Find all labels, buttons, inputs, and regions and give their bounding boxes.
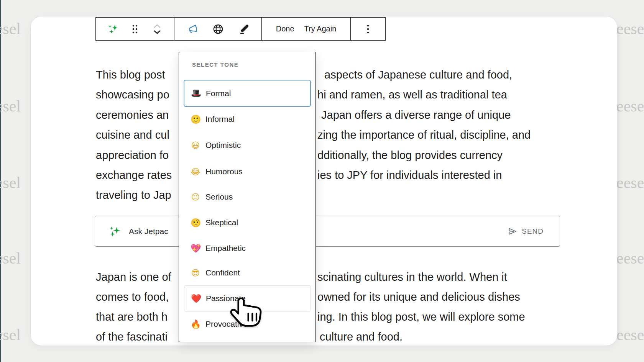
blog-text-line: of the fascinati culture and food.	[0, 327, 644, 347]
tone-option-confident[interactable]: 😎 Confident	[184, 262, 310, 283]
blog-text-line: appreciation fo dditionally, the blog pr…	[0, 145, 644, 165]
select-tone-header: SELECT TONE	[192, 61, 238, 68]
blog-text-fragment: This blog post	[96, 65, 165, 85]
blog-text-fragment: of the fascinati	[96, 327, 168, 347]
tone-option-serious[interactable]: 😐 Serious	[184, 187, 310, 207]
try-again-button[interactable]: Try Again	[304, 25, 337, 33]
block-toolbar: Done Try Again	[95, 17, 386, 41]
toolbar-block-controls	[96, 18, 174, 40]
done-button[interactable]: Done	[276, 25, 294, 33]
blog-text-fragment: dditionally, the blog provides currency	[317, 145, 503, 165]
change-tone-megaphone-icon[interactable]	[186, 21, 198, 37]
send-label: SEND	[522, 227, 544, 236]
paper-plane-icon	[508, 227, 517, 236]
tone-option-informal[interactable]: 🙂 Informal	[184, 109, 310, 129]
tone-option-formal[interactable]: 🎩 Formal	[184, 80, 310, 106]
blog-text-fragment: zing the importance of ritual, disciplin…	[317, 125, 531, 145]
blog-text-fragment: exchange rates	[96, 165, 172, 185]
blog-text-fragment: appreciation fo	[96, 145, 169, 165]
blog-text-line: This blog post aspects of Japanese cultu…	[0, 65, 644, 85]
blog-text-fragment: comes to food,	[96, 287, 169, 307]
blog-text-line: Japan is one of scinating cultures in th…	[0, 267, 644, 287]
watermark: eesel	[0, 249, 21, 267]
ask-ai-input-bar[interactable]: Ask Jetpac SEND	[95, 216, 560, 247]
blog-text-fragment: ies to JPY for individuals interested in	[317, 165, 502, 185]
improve-pencil-icon[interactable]	[238, 21, 250, 37]
grin-emoji-icon: 😃	[191, 141, 200, 150]
sparkling-heart-emoji-icon: 💖	[191, 244, 200, 253]
blog-text-fragment: traveling to Jap	[96, 185, 171, 205]
blog-text-fragment: cuisine and cul	[96, 125, 169, 145]
blog-text-fragment: culture and food.	[320, 327, 402, 347]
blog-text-fragment: Japan is one of	[96, 267, 171, 287]
blog-text-fragment: that are both h	[96, 307, 168, 327]
tone-option-label: Empathetic	[205, 244, 246, 253]
chevron-up-icon[interactable]	[152, 24, 162, 28]
red-heart-emoji-icon: ❤️	[191, 294, 201, 303]
tone-option-label: Formal	[206, 89, 231, 98]
tone-option-skeptical[interactable]: 🤨 Skeptical	[184, 212, 310, 233]
watermark: eesel	[616, 249, 644, 267]
blog-text-line: ceremonies an Japan offers a diverse ran…	[0, 105, 644, 125]
blog-text-fragment: aspects of Japanese culture and food,	[324, 65, 512, 85]
blog-text-line: that are both h ing. In this blog post, …	[0, 307, 644, 327]
tone-option-label: Skeptical	[205, 218, 238, 227]
blog-text-fragment: ing. In this blog post, we will explore …	[317, 307, 525, 327]
tone-option-optimistic[interactable]: 😃 Optimistic	[184, 135, 310, 156]
blog-text-fragment: showcasing po	[96, 85, 169, 105]
laughing-emoji-icon: 😂	[191, 167, 200, 177]
watermark: eesel	[616, 20, 644, 38]
drag-handle-icon[interactable]	[129, 21, 141, 37]
send-button[interactable]: SEND	[508, 227, 560, 236]
top-hat-emoji-icon: 🎩	[191, 88, 201, 98]
toolbar-actions: Done Try Again	[261, 18, 350, 40]
tone-option-label: Informal	[205, 115, 235, 124]
tone-option-humorous[interactable]: 😂 Humorous	[184, 161, 310, 182]
watermark: eesel	[0, 20, 21, 38]
blog-text-line: cuisine and cul zing the importance of r…	[0, 125, 644, 145]
chevron-down-icon[interactable]	[152, 30, 162, 34]
blog-text-fragment: owned for its unique and delicious dishe…	[317, 287, 520, 307]
neutral-face-emoji-icon: 😐	[191, 192, 200, 202]
tone-option-label: Confident	[205, 268, 240, 277]
screenshot-stage: eesel eesel eesel eesel eesel eesel eese…	[0, 0, 644, 362]
ask-ai-placeholder: Ask Jetpac	[129, 227, 168, 236]
tone-option-label: Serious	[205, 192, 233, 201]
blog-text-line: traveling to Jap	[0, 185, 644, 205]
blog-text-line: exchange rates ies to JPY for individual…	[0, 165, 644, 185]
tone-option-empathetic[interactable]: 💖 Empathetic	[184, 238, 310, 259]
blog-text-fragment: ceremonies an	[96, 105, 169, 125]
tone-option-label: Optimistic	[205, 141, 241, 150]
toolbar-more-options	[350, 18, 385, 40]
blog-text-line: showcasing po hi and ramen, as well as t…	[0, 85, 644, 105]
ai-assistant-block-icon[interactable]	[107, 21, 119, 37]
kebab-menu-icon[interactable]	[362, 21, 374, 37]
pointer-hand-cursor	[229, 297, 266, 333]
jetpack-ai-sparkles-icon	[108, 226, 120, 237]
raised-eyebrow-emoji-icon: 🤨	[191, 218, 200, 228]
block-mover[interactable]	[151, 21, 163, 37]
sunglasses-emoji-icon: 😎	[191, 268, 200, 278]
blog-text-fragment: hi and ramen, as well as traditional tea	[317, 85, 507, 105]
fire-emoji-icon: 🔥	[191, 319, 200, 329]
blog-text-fragment: Japan offers a diverse range of unique	[321, 105, 511, 125]
translate-globe-icon[interactable]	[212, 21, 224, 37]
tone-option-label: Humorous	[205, 167, 243, 176]
blog-text-fragment: scinating cultures in the world. When it	[317, 267, 507, 287]
toolbar-ai-actions	[174, 18, 261, 40]
smile-emoji-icon: 🙂	[191, 115, 200, 124]
blog-text-line: comes to food, owned for its unique and …	[0, 287, 644, 307]
